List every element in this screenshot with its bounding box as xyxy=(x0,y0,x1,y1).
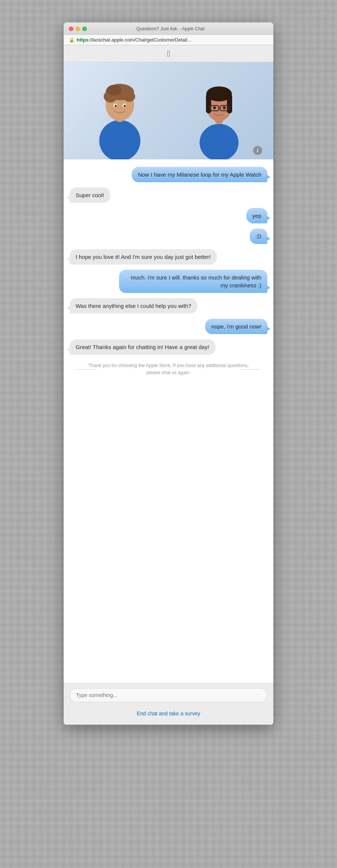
title-bar: Questions? Just Ask. - Apple Chat xyxy=(64,22,273,35)
message-row: yep xyxy=(70,208,267,223)
message-row: Great! Thanks again for chatting in! Hav… xyxy=(70,339,267,355)
info-badge[interactable]: i xyxy=(253,146,262,155)
message-row: Super cool! xyxy=(70,187,267,203)
system-message: Thank you for choosing the Apple Store. … xyxy=(81,362,256,376)
chat-area: i Now I have my Milanese loop for my App… xyxy=(64,62,273,725)
apple-logo-icon:  xyxy=(167,49,170,59)
bubble-sent: much. i'm sure I will. thanks so much fo… xyxy=(119,270,267,293)
traffic-lights xyxy=(69,27,87,31)
footer: End chat and take a survey xyxy=(64,707,273,725)
close-button[interactable] xyxy=(69,27,73,31)
bubble-sent: yep xyxy=(246,208,267,223)
bubble-received: Super cool! xyxy=(70,187,110,203)
svg-point-25 xyxy=(223,106,226,109)
person-right xyxy=(195,73,243,159)
person-left xyxy=(94,70,146,159)
messages-container: Now I have my Milanese loop for my Apple… xyxy=(64,159,273,683)
svg-point-0 xyxy=(99,120,140,159)
apple-logo-bar:  xyxy=(64,45,273,62)
svg-point-18 xyxy=(209,93,230,100)
https-part: https:// xyxy=(77,37,93,43)
hero-image: i xyxy=(64,62,273,159)
message-row: nope, i'm good now! xyxy=(70,319,267,334)
message-row: :D xyxy=(70,229,267,244)
bubble-received: Was there anything else I could help you… xyxy=(70,298,197,314)
message-row: I hope you love it! And I'm sure you day… xyxy=(70,249,267,265)
bubble-received: Great! Thanks again for chatting in! Hav… xyxy=(70,339,215,355)
maximize-button[interactable] xyxy=(82,27,87,31)
message-row: much. i'm sure I will. thanks so much fo… xyxy=(70,270,267,293)
svg-point-24 xyxy=(213,106,216,109)
address-rest: aoschat.apple.com/Chat/getCustomerDetail… xyxy=(93,37,191,43)
chat-input[interactable] xyxy=(70,688,267,702)
svg-point-11 xyxy=(200,124,239,159)
browser-window: Questions? Just Ask. - Apple Chat 🔒 http… xyxy=(64,22,273,725)
svg-point-10 xyxy=(124,105,126,107)
bubble-sent: nope, i'm good now! xyxy=(205,319,267,334)
address-text[interactable]: https://aoschat.apple.com/Chat/getCustom… xyxy=(77,37,191,43)
minimize-button[interactable] xyxy=(76,27,80,31)
bubble-received: I hope you love it! And I'm sure you day… xyxy=(70,249,217,265)
message-row: Was there anything else I could help you… xyxy=(70,298,267,314)
input-area xyxy=(64,683,273,707)
bubble-sent: Now I have my Milanese loop for my Apple… xyxy=(132,167,267,182)
message-row: Now I have my Milanese loop for my Apple… xyxy=(70,167,267,182)
window-title: Questions? Just Ask. - Apple Chat xyxy=(91,26,249,31)
lock-icon: 🔒 xyxy=(69,37,75,43)
svg-point-5 xyxy=(123,91,135,102)
svg-point-9 xyxy=(115,105,117,107)
bubble-sent: :D xyxy=(250,229,267,244)
svg-point-6 xyxy=(107,85,122,95)
address-bar: 🔒 https://aoschat.apple.com/Chat/getCust… xyxy=(64,35,273,45)
end-chat-link[interactable]: End chat and take a survey xyxy=(64,707,273,719)
system-message-text: Thank you for choosing the Apple Store. … xyxy=(88,363,249,375)
